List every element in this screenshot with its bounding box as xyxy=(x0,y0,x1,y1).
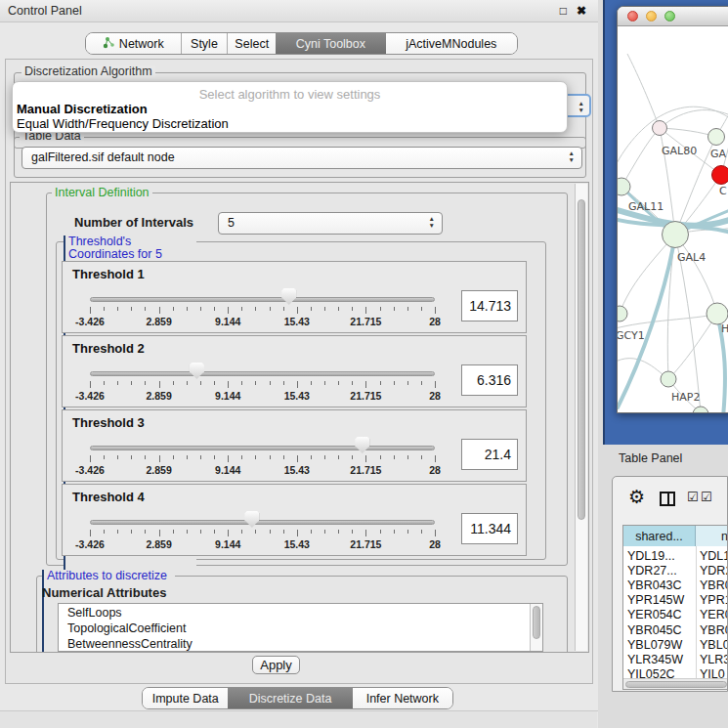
node-h[interactable] xyxy=(707,303,728,324)
mac-minimize-icon[interactable] xyxy=(646,11,657,21)
gear-icon[interactable]: ⚙ xyxy=(628,486,645,508)
tick-mark xyxy=(324,530,325,534)
bottom-tab-infer-network[interactable]: Infer Network xyxy=(353,688,452,708)
node-gal4[interactable] xyxy=(663,222,689,248)
table-row-cell[interactable]: YBL0 xyxy=(700,638,728,652)
table-row-cell[interactable]: YDL19... xyxy=(627,549,675,563)
node-gal11[interactable] xyxy=(618,178,630,195)
threshold-slider-track[interactable] xyxy=(90,520,435,525)
node-label-gal80: GAL80 xyxy=(662,145,697,157)
mac-zoom-icon[interactable] xyxy=(664,11,675,21)
table-data-combo-value: galFiltered.sif default node xyxy=(31,150,175,164)
node-gcy1[interactable] xyxy=(618,306,627,321)
table-row-cell[interactable]: YPR1 xyxy=(700,593,728,607)
table-row-cell[interactable]: YBL079W xyxy=(627,638,682,652)
node-label-gal11: GAL11 xyxy=(628,200,664,213)
tab-jactivemnodules[interactable]: jActiveMNodules xyxy=(386,33,517,54)
threshold-slider-thumb[interactable] xyxy=(190,363,204,379)
network-canvas[interactable]: GAL80GACGAL11GAL4GCY1HHAP2 xyxy=(618,26,728,412)
threshold-slider-thumb[interactable] xyxy=(355,437,369,453)
scale-label: -3.426 xyxy=(75,316,105,327)
algorithm-option-equal-width-frequency-discretization[interactable]: Equal Width/Frequency Discretization xyxy=(17,116,229,131)
node-pink[interactable] xyxy=(653,121,667,136)
stepper-up-icon: ▲ xyxy=(569,150,575,156)
close-window-icon[interactable]: ✖ xyxy=(577,4,586,18)
num-intervals-combo[interactable]: 5 ▲ ▼ xyxy=(218,212,443,235)
threshold-value-field[interactable]: 21.4 xyxy=(461,439,518,470)
node-red[interactable] xyxy=(712,166,728,185)
table-row-cell[interactable]: YBR045C xyxy=(627,623,682,637)
scale-label: 2.859 xyxy=(146,316,171,327)
threshold-slider-track[interactable] xyxy=(90,297,435,302)
table-row-cell[interactable]: YDR2 xyxy=(700,564,728,578)
stepper-down-icon: ▼ xyxy=(578,107,584,113)
threshold-slider-thumb[interactable] xyxy=(281,288,296,305)
table-row-cell[interactable]: YLR345W xyxy=(627,653,683,666)
threshold-value-field[interactable]: 11.344 xyxy=(461,513,518,544)
attributes-list-scroll-thumb[interactable] xyxy=(533,606,540,639)
algorithm-option-manual-discretization[interactable]: Manual Discretization xyxy=(17,102,148,116)
tick-mark xyxy=(311,381,312,385)
tick-mark xyxy=(159,455,160,462)
tab-network[interactable]: Network xyxy=(86,33,181,54)
threshold-slider-track[interactable] xyxy=(90,371,435,376)
tick-mark xyxy=(90,530,91,536)
numerical-attributes-list[interactable]: SelfLoopsTopologicalCoefficientBetweenne… xyxy=(58,603,543,652)
attributes-list-scrollbar[interactable] xyxy=(530,604,542,652)
attribute-item-topologicalcoefficient[interactable]: TopologicalCoefficient xyxy=(67,621,186,635)
tab-select[interactable]: Select xyxy=(227,33,276,54)
checkbox-checked-icon[interactable]: ☑ xyxy=(701,490,712,504)
column-header-shared[interactable]: shared... xyxy=(623,526,696,546)
threshold-slider-track[interactable] xyxy=(90,446,435,450)
table-row-cell[interactable]: YDL1 xyxy=(700,549,728,563)
table-panel-window: ⚙ ☑ ☑ shared... na YDL19...YDL1YDR27...Y… xyxy=(612,476,728,692)
stepper-down-icon: ▼ xyxy=(569,156,575,163)
network-edge[interactable] xyxy=(668,314,717,379)
checkbox-checked-icon[interactable]: ☑ xyxy=(687,490,699,504)
scale-label: 28 xyxy=(429,538,441,550)
threshold-value-field[interactable]: 6.316 xyxy=(461,364,518,396)
tick-mark xyxy=(435,307,436,314)
mac-close-icon[interactable] xyxy=(627,11,638,21)
node-hap2[interactable] xyxy=(661,371,676,387)
tick-mark xyxy=(159,530,160,536)
tick-mark xyxy=(187,381,188,385)
node-label-gal4: GAL4 xyxy=(677,251,706,264)
bottom-tab-discretize-data[interactable]: Discretize Data xyxy=(228,688,352,708)
network-edge[interactable] xyxy=(660,110,728,128)
tab-cyni-toolbox[interactable]: Cyni Toolbox xyxy=(276,33,385,54)
scale-label: 2.859 xyxy=(146,390,171,402)
node-table[interactable]: shared... na YDL19...YDL1YDR27...YDR2YBR… xyxy=(622,525,728,690)
tick-mark xyxy=(283,381,284,385)
node-label-c: C xyxy=(719,185,727,197)
tab-style[interactable]: Style xyxy=(181,33,228,54)
table-row-cell[interactable]: YPR145W xyxy=(627,593,684,607)
table-row-cell[interactable]: YER054C xyxy=(627,608,682,621)
table-data-combo[interactable]: galFiltered.sif default node ▲ ▼ xyxy=(21,147,582,169)
table-row-cell[interactable]: YBR043C xyxy=(627,578,682,592)
table-row-cell[interactable]: YLR3 xyxy=(700,653,728,666)
tick-mark xyxy=(324,307,325,311)
table-h-scrollbar[interactable] xyxy=(623,678,728,689)
threshold-value-field[interactable]: 14.713 xyxy=(461,290,518,321)
table-row-cell[interactable]: YBR0 xyxy=(700,578,728,592)
settings-panel-scroll-thumb[interactable] xyxy=(578,199,585,520)
attribute-item-selfloops[interactable]: SelfLoops xyxy=(67,606,122,620)
network-edge[interactable] xyxy=(621,128,660,187)
split-columns-icon[interactable] xyxy=(660,492,675,506)
node-label-h: H xyxy=(721,322,728,335)
table-h-scroll-thumb[interactable] xyxy=(625,681,727,688)
bottom-tab-impute-data[interactable]: Impute Data xyxy=(143,688,228,708)
attribute-item-betweennesscentrality[interactable]: BetweennessCentrality xyxy=(67,637,193,651)
table-row-cell[interactable]: YDR27... xyxy=(627,564,677,578)
float-window-icon[interactable]: □ xyxy=(560,4,567,18)
node-green-tr[interactable] xyxy=(708,129,725,146)
table-row-cell[interactable]: YER0 xyxy=(700,608,728,621)
network-edge[interactable] xyxy=(627,54,660,128)
scale-label: 2.859 xyxy=(146,538,171,550)
column-header-name[interactable]: na xyxy=(696,526,728,546)
settings-panel-scrollbar[interactable] xyxy=(575,184,587,651)
table-row-cell[interactable]: YBR0 xyxy=(700,623,728,637)
apply-button[interactable]: Apply xyxy=(252,656,300,674)
threshold-slider-thumb[interactable] xyxy=(244,511,259,528)
